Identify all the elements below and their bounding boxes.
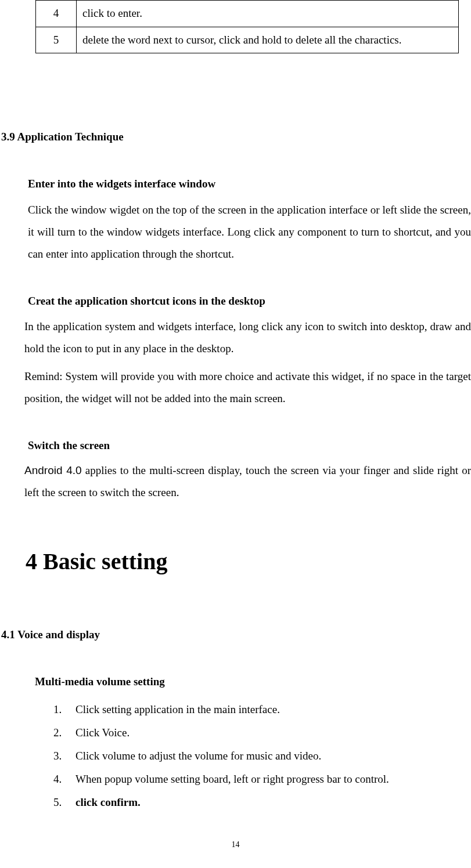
sub-heading-shortcut: Creat the application shortcut icons in … bbox=[28, 293, 471, 310]
body-paragraph: Android 4.0 applies to the multi-screen … bbox=[24, 460, 471, 504]
page-content: 4 click to enter. 5 delete the word next… bbox=[0, 0, 471, 813]
body-text: applies to the multi-screen display, tou… bbox=[24, 464, 471, 498]
step-number: 1. bbox=[53, 698, 62, 721]
android-version-label: Android 4.0 bbox=[24, 464, 82, 476]
section-heading-4-1: 4.1 Voice and display bbox=[1, 627, 471, 643]
table-cell-desc: delete the word next to cursor, click an… bbox=[77, 27, 459, 53]
step-text: Click setting application in the main in… bbox=[75, 703, 280, 715]
section-heading-3-9: 3.9 Application Technique bbox=[1, 129, 471, 146]
step-text: Click Voice. bbox=[75, 726, 130, 739]
step-text: click confirm. bbox=[75, 796, 141, 808]
table-cell-num: 5 bbox=[36, 27, 77, 53]
table-row: 4 click to enter. bbox=[36, 1, 459, 27]
sub-heading-widgets: Enter into the widgets interface window bbox=[28, 176, 471, 193]
chapter-4-title: 4 Basic setting bbox=[26, 544, 471, 579]
step-number: 4. bbox=[53, 768, 62, 791]
list-item: 2.Click Voice. bbox=[53, 721, 471, 744]
body-paragraph: In the application system and widgets in… bbox=[24, 316, 471, 360]
step-number: 2. bbox=[53, 721, 62, 744]
feature-table: 4 click to enter. 5 delete the word next… bbox=[35, 0, 459, 53]
step-text: Click volume to adjust the volume for mu… bbox=[75, 750, 321, 762]
sub-heading-volume: Multi-media volume setting bbox=[35, 674, 471, 690]
table-cell-num: 4 bbox=[36, 1, 77, 27]
list-item: 1.Click setting application in the main … bbox=[53, 698, 471, 721]
step-number: 5. bbox=[53, 791, 62, 814]
body-paragraph: Click the window wigdet on the top of th… bbox=[28, 199, 471, 265]
list-item: 3.Click volume to adjust the volume for … bbox=[53, 744, 471, 768]
table-cell-desc: click to enter. bbox=[77, 1, 459, 27]
sub-heading-switch: Switch the screen bbox=[28, 437, 471, 454]
step-text: When popup volume setting board, left or… bbox=[75, 773, 389, 785]
steps-list: 1.Click setting application in the main … bbox=[53, 698, 471, 813]
step-number: 3. bbox=[53, 744, 62, 768]
body-paragraph: Remind: System will provide you with mor… bbox=[24, 366, 471, 410]
list-item: 5. click confirm. bbox=[53, 791, 471, 814]
table-row: 5 delete the word next to cursor, click … bbox=[36, 27, 459, 53]
page-number: 14 bbox=[0, 838, 471, 851]
list-item: 4.When popup volume setting board, left … bbox=[53, 768, 471, 791]
